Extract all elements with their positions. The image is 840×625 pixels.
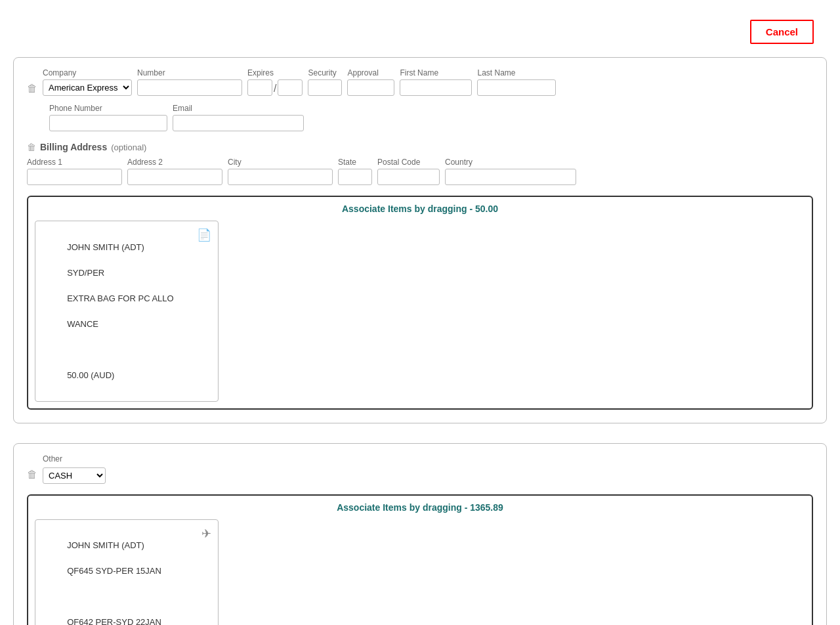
approval-label: Approval [347, 68, 394, 77]
delete-other-icon[interactable]: 🗑 [27, 469, 37, 481]
associate-title-other: Associate Items by dragging - 1365.89 [35, 502, 805, 513]
drag-item-amount1: 50.00 (AUD) [67, 370, 114, 380]
security-field-group: Security [308, 68, 342, 96]
postalcode-field-group: Postal Code [377, 158, 440, 185]
state-label: State [338, 158, 372, 167]
email-input[interactable] [173, 115, 304, 131]
credit-card-fields-row: 🗑 Company American Express Visa Masterca… [27, 68, 813, 96]
drag-item-line1: JOHN SMITH (ADT) [67, 242, 144, 252]
drag-item-card-1[interactable]: 📄 JOHN SMITH (ADT) SYD/PER EXTRA BAG FOR… [35, 221, 219, 402]
country-label: Country [445, 158, 576, 167]
company-select[interactable]: American Express Visa Mastercard [43, 79, 132, 96]
postalcode-label: Postal Code [377, 158, 440, 167]
delete-credit-card-icon[interactable]: 🗑 [27, 83, 37, 95]
city-label: City [228, 158, 333, 167]
lastname-field-group: Last Name [477, 68, 556, 96]
security-input[interactable] [308, 79, 342, 96]
other-drag-line2: QF645 SYD-PER 15JAN [67, 566, 161, 576]
drag-item-text-1: JOHN SMITH (ADT) SYD/PER EXTRA BAG FOR P… [43, 228, 211, 395]
document-icon: 📄 [197, 228, 211, 242]
expires-field-group: Expires / [247, 68, 303, 96]
associate-title-card: Associate Items by dragging - 50.00 [35, 204, 805, 214]
drag-item-line4: WANCE [67, 319, 98, 329]
plane-icon: ✈ [201, 527, 211, 541]
phone-input[interactable] [49, 115, 167, 131]
firstname-input[interactable] [400, 79, 472, 96]
state-input[interactable] [338, 169, 372, 185]
company-label: Company [43, 68, 132, 77]
approval-input[interactable] [347, 79, 394, 96]
billing-fields: Address 1 Address 2 City State Postal Co… [27, 158, 813, 185]
drag-item-line3: EXTRA BAG FOR PC ALLO [67, 293, 174, 303]
expires-year-input[interactable] [278, 79, 303, 96]
country-field-group: Country [445, 158, 576, 185]
delete-billing-icon[interactable]: 🗑 [27, 142, 36, 152]
other-drag-line4: QF642 PER-SYD 22JAN [67, 617, 161, 625]
phone-label: Phone Number [49, 104, 167, 113]
associate-items-box-other: Associate Items by dragging - 1365.89 ✈ … [27, 494, 813, 626]
cancel-button-wrapper: Cancel [13, 13, 827, 57]
number-input[interactable] [137, 79, 242, 96]
drag-item-text-2: JOHN SMITH (ADT) QF645 SYD-PER 15JAN QF6… [43, 527, 211, 626]
billing-section: 🗑 Billing Address (optional) Address 1 A… [27, 142, 813, 185]
other-label: Other [43, 454, 106, 463]
expires-inputs: / [247, 79, 303, 96]
number-field-group: Number [137, 68, 242, 96]
other-section: 🗑 Other CASH CHECK VOUCHER Associate Ite… [13, 443, 827, 626]
other-drag-line1: JOHN SMITH (ADT) [67, 540, 144, 550]
address1-input[interactable] [27, 169, 122, 185]
lastname-label: Last Name [477, 68, 556, 77]
cancel-button[interactable]: Cancel [750, 20, 814, 44]
cash-select[interactable]: CASH CHECK VOUCHER [43, 467, 106, 484]
phone-email-row: Phone Number Email [27, 104, 813, 131]
expires-label: Expires [247, 68, 303, 77]
email-label: Email [173, 104, 304, 113]
expires-separator: / [274, 83, 276, 94]
country-input[interactable] [445, 169, 576, 185]
state-field-group: State [338, 158, 372, 185]
expires-month-input[interactable] [247, 79, 272, 96]
city-input[interactable] [228, 169, 333, 185]
associate-items-box-card: Associate Items by dragging - 50.00 📄 JO… [27, 196, 813, 410]
address2-field-group: Address 2 [127, 158, 222, 185]
billing-header: 🗑 Billing Address (optional) [27, 142, 813, 152]
other-fields-row: 🗑 Other CASH CHECK VOUCHER [27, 454, 813, 484]
number-label: Number [137, 68, 242, 77]
lastname-input[interactable] [477, 79, 556, 96]
address2-input[interactable] [127, 169, 222, 185]
address1-label: Address 1 [27, 158, 122, 167]
credit-card-section: 🗑 Company American Express Visa Masterca… [13, 57, 827, 423]
approval-field-group: Approval [347, 68, 394, 96]
firstname-field-group: First Name [400, 68, 472, 96]
email-field-group: Email [173, 104, 304, 131]
postalcode-input[interactable] [377, 169, 440, 185]
company-field-group: Company American Express Visa Mastercard [43, 68, 132, 96]
address2-label: Address 2 [127, 158, 222, 167]
billing-optional: (optional) [111, 142, 146, 152]
page-wrapper: Cancel 🗑 Company American Express Visa M… [0, 0, 840, 625]
drag-item-line2: SYD/PER [67, 268, 104, 278]
city-field-group: City [228, 158, 333, 185]
firstname-label: First Name [400, 68, 472, 77]
address1-field-group: Address 1 [27, 158, 122, 185]
billing-title: Billing Address [40, 142, 107, 152]
drag-item-card-2[interactable]: ✈ JOHN SMITH (ADT) QF645 SYD-PER 15JAN Q… [35, 519, 219, 626]
other-field-group: Other CASH CHECK VOUCHER [43, 454, 106, 484]
phone-field-group: Phone Number [49, 104, 167, 131]
security-label: Security [308, 68, 342, 77]
